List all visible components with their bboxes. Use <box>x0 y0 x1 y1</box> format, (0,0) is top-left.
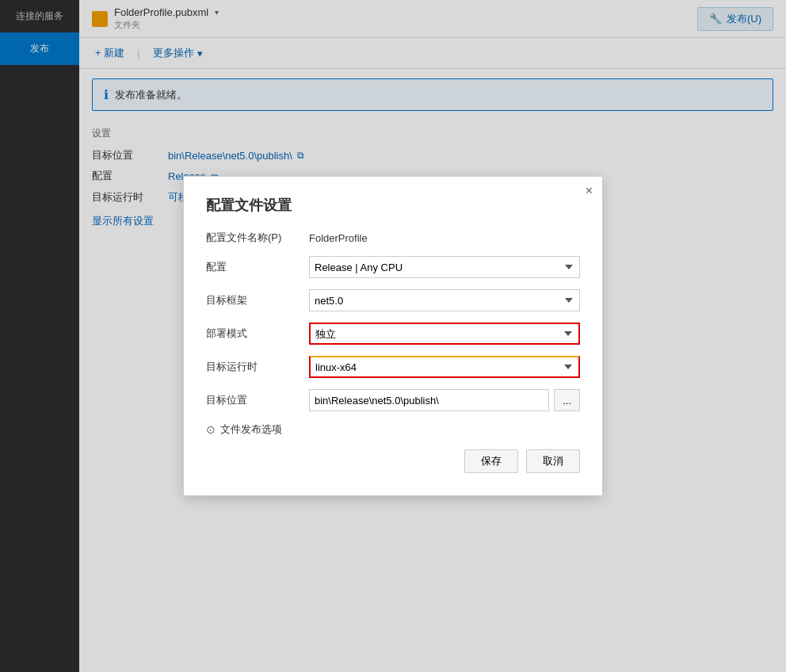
modal-deploy-mode-select[interactable]: 独立 框架依赖 <box>309 323 580 345</box>
modal-row-target-location: 目标位置 ... <box>206 389 580 411</box>
modal-row-config: 配置 Release | Any CPU Debug | Any CPU <box>206 256 580 278</box>
modal-target-runtime-select[interactable]: linux-x64 可移植 linux-arm win-x64 osx-x64 <box>309 356 580 378</box>
modal-target-location-input[interactable] <box>309 389 549 411</box>
modal-save-button[interactable]: 保存 <box>464 449 518 473</box>
modal-config-select-wrapper: Release | Any CPU Debug | Any CPU <box>309 256 580 278</box>
modal-target-runtime-select-wrapper: linux-x64 可移植 linux-arm win-x64 osx-x64 <box>309 356 580 378</box>
modal-framework-select[interactable]: net5.0 net6.0 <box>309 289 580 311</box>
modal-cancel-button[interactable]: 取消 <box>526 449 580 473</box>
modal-close-button[interactable]: × <box>586 185 593 197</box>
profile-name-label: 配置文件名称(P) <box>206 231 309 245</box>
modal-config-label: 配置 <box>206 260 309 274</box>
modal-deploy-mode-label: 部署模式 <box>206 326 309 341</box>
modal-target-location-input-group: ... <box>309 389 580 411</box>
modal-browse-button[interactable]: ... <box>554 389 580 411</box>
modal-target-runtime-label: 目标运行时 <box>206 360 309 374</box>
modal-footer: 保存 取消 <box>206 449 580 473</box>
main-content: FolderProfile.pubxml ▾ 文件夹 🔧 发布(U) + 新建 … <box>79 0 786 672</box>
modal-row-profile-name: 配置文件名称(P) FolderProfile <box>206 231 580 245</box>
modal-framework-select-wrapper: net5.0 net6.0 <box>309 289 580 311</box>
modal-framework-label: 目标框架 <box>206 293 309 307</box>
modal-row-framework: 目标框架 net5.0 net6.0 <box>206 289 580 311</box>
file-publish-accordion[interactable]: ⊙ 文件发布选项 <box>206 422 580 437</box>
file-publish-section-label: 文件发布选项 <box>220 422 282 437</box>
modal-dialog: × 配置文件设置 配置文件名称(P) FolderProfile 配置 Rele… <box>183 176 603 496</box>
modal-config-select[interactable]: Release | Any CPU Debug | Any CPU <box>309 256 580 278</box>
profile-name-value: FolderProfile <box>309 232 368 244</box>
modal-row-deploy-mode: 部署模式 独立 框架依赖 <box>206 323 580 345</box>
modal-title: 配置文件设置 <box>206 196 580 215</box>
modal-deploy-mode-select-wrapper: 独立 框架依赖 <box>309 323 580 345</box>
accordion-icon: ⊙ <box>206 423 216 436</box>
modal-overlay: × 配置文件设置 配置文件名称(P) FolderProfile 配置 Rele… <box>79 0 786 672</box>
modal-target-location-label: 目标位置 <box>206 393 309 407</box>
modal-row-target-runtime: 目标运行时 linux-x64 可移植 linux-arm win-x64 os… <box>206 356 580 378</box>
